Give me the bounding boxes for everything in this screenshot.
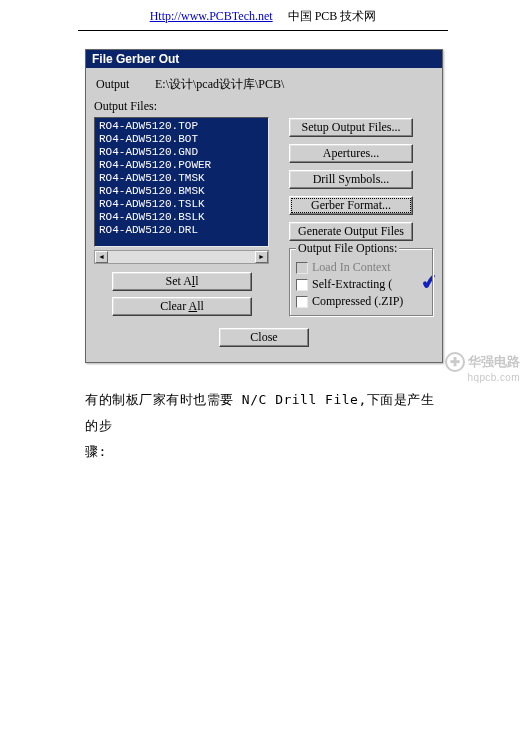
clear-all-button[interactable]: Clear All	[112, 297, 252, 316]
page-header: Http://www.PCBTech.net 中国 PCB 技术网	[0, 0, 526, 28]
checkbox-compressed-zip[interactable]	[296, 296, 308, 308]
list-item[interactable]: RO4-ADW5120.DRL	[99, 224, 264, 237]
dialog-gerber-out: File Gerber Out Output E:\设计\pcad设计库\PCB…	[85, 49, 443, 363]
output-files-list[interactable]: RO4-ADW5120.TOP RO4-ADW5120.BOT RO4-ADW5…	[94, 117, 269, 247]
scroll-left-icon[interactable]: ◄	[95, 251, 108, 263]
output-file-options-group: Output File Options: Load In Context Sel…	[289, 248, 434, 317]
output-label: Output	[96, 77, 152, 92]
watermark-brand: 华强电路	[468, 356, 520, 368]
output-files-label: Output Files:	[94, 99, 434, 117]
setup-output-files-button[interactable]: Setup Output Files...	[289, 118, 413, 137]
opt-load-label: Load In Context	[312, 260, 391, 275]
opt-zip-row: Compressed (.ZIP)	[296, 293, 427, 310]
gerber-format-button[interactable]: Gerber Format...	[289, 196, 413, 215]
set-all-button[interactable]: Set All	[112, 272, 252, 291]
watermark-logo-icon: ✚	[445, 352, 465, 372]
list-item[interactable]: RO4-ADW5120.GND	[99, 146, 264, 159]
checkbox-load	[296, 262, 308, 274]
h-scrollbar[interactable]: ◄ ►	[94, 250, 269, 264]
opt-self-label: Self-Extracting (	[312, 277, 392, 292]
scroll-right-icon[interactable]: ►	[255, 251, 268, 263]
close-button[interactable]: Close	[219, 328, 309, 347]
group-title: Output File Options:	[296, 241, 399, 256]
list-item[interactable]: RO4-ADW5120.POWER	[99, 159, 264, 172]
list-item[interactable]: RO4-ADW5120.BMSK	[99, 185, 264, 198]
titlebar: File Gerber Out	[86, 50, 442, 68]
list-item[interactable]: RO4-ADW5120.TOP	[99, 120, 264, 133]
list-item[interactable]: RO4-ADW5120.BSLK	[99, 211, 264, 224]
list-item[interactable]: RO4-ADW5120.TMSK	[99, 172, 264, 185]
checkbox-self-extracting[interactable]	[296, 279, 308, 291]
watermark-url: hqpcb.com	[445, 372, 520, 384]
drill-symbols-button[interactable]: Drill Symbols...	[289, 170, 413, 189]
opt-load-row: Load In Context	[296, 259, 427, 276]
output-path: E:\设计\pcad设计库\PCB\	[155, 77, 284, 91]
header-site-name: 中国 PCB 技术网	[288, 9, 377, 23]
apertures-button[interactable]: Apertures...	[289, 144, 413, 163]
body-paragraph: 有的制板厂家有时也需要 N/C Drill File,下面是产生的步 骤:	[85, 387, 441, 465]
header-link[interactable]: Http://www.PCBTech.net	[150, 9, 273, 23]
list-item[interactable]: RO4-ADW5120.BOT	[99, 133, 264, 146]
output-row: Output E:\设计\pcad设计库\PCB\	[94, 74, 434, 99]
list-item[interactable]: RO4-ADW5120.TSLK	[99, 198, 264, 211]
opt-self-row: Self-Extracting (	[296, 276, 427, 293]
divider	[78, 30, 448, 31]
generate-output-files-button[interactable]: Generate Output Files	[289, 222, 413, 241]
opt-zip-label: Compressed (.ZIP)	[312, 294, 403, 309]
watermark: ✚ 华强电路 hqpcb.com	[445, 352, 520, 384]
